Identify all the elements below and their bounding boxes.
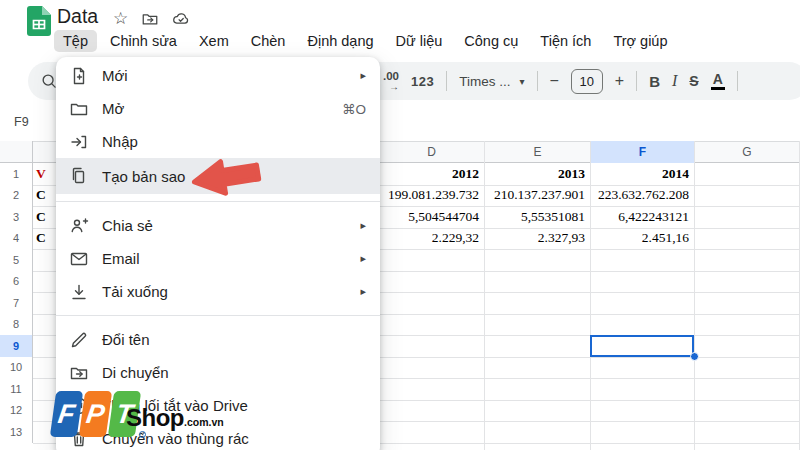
copy-icon	[69, 166, 89, 186]
row-header-7[interactable]: 7	[0, 292, 33, 314]
new-file-icon	[69, 66, 89, 86]
person-add-icon	[69, 216, 89, 236]
cell-E4[interactable]: 2.327,93	[484, 228, 590, 250]
menu-item-label: Email	[102, 250, 347, 267]
column-header-F[interactable]: F	[590, 141, 694, 163]
menu-separator	[56, 201, 380, 202]
selected-cell-F9[interactable]	[590, 335, 694, 357]
registered-mark-icon	[139, 431, 146, 438]
menu-item-label: Tải xuống	[102, 283, 347, 300]
fpt-shop-wordmark: Shop.com.vn	[126, 404, 224, 432]
folder-open-icon	[69, 99, 89, 119]
row-header-13[interactable]: 13	[0, 421, 33, 443]
move-icon	[69, 363, 89, 383]
cell-fragment-A4[interactable]: C	[36, 228, 46, 250]
column-header-D[interactable]: D	[378, 141, 484, 163]
select-all-corner[interactable]	[0, 141, 33, 163]
email-icon	[69, 249, 89, 269]
file-menu-item-10[interactable]: Di chuyển	[56, 356, 380, 389]
submenu-arrow-icon: ▸	[360, 69, 366, 82]
cell-F3[interactable]: 6,422243121	[590, 206, 694, 228]
submenu-arrow-icon: ▸	[360, 285, 366, 298]
row-header-12[interactable]: 12	[0, 400, 33, 422]
menu-item-label: Mở	[102, 100, 329, 117]
cell-fragment-A2[interactable]: C	[36, 185, 46, 207]
cell-F1[interactable]: 2014	[590, 163, 694, 185]
menu-item-label: Nhập	[102, 133, 366, 150]
cell-E3[interactable]: 5,55351081	[484, 206, 590, 228]
cell-F4[interactable]: 2.451,16	[590, 228, 694, 250]
google-sheets-window: DEFG12345678910111213201220132014199.081…	[0, 0, 800, 450]
fill-handle[interactable]	[690, 352, 699, 361]
menu-item-shortcut: ⌘O	[342, 101, 366, 117]
cell-D1[interactable]: 2012	[378, 163, 484, 185]
fpt-shop-text: Shop	[126, 404, 184, 431]
row-header-1[interactable]: 1	[0, 163, 33, 185]
row-header-4[interactable]: 4	[0, 228, 33, 250]
column-header-E[interactable]: E	[484, 141, 590, 163]
file-menu-item-7[interactable]: Tải xuống▸	[56, 275, 380, 308]
cell-E2[interactable]: 210.137.237.901	[484, 185, 590, 207]
fpt-letter-tile-0: F	[50, 391, 83, 437]
cell-fragment-A1[interactable]: V	[36, 163, 46, 185]
fpt-domain-text: .com.vn	[184, 416, 224, 428]
menu-item-label: Di chuyển	[102, 364, 366, 381]
cell-E1[interactable]: 2013	[484, 163, 590, 185]
row-header-8[interactable]: 8	[0, 314, 33, 336]
file-menu-item-0[interactable]: Mới▸	[56, 59, 380, 92]
file-menu-item-5[interactable]: Chia sẻ▸	[56, 209, 380, 242]
row-header-2[interactable]: 2	[0, 185, 33, 207]
file-menu-item-6[interactable]: Email▸	[56, 242, 380, 275]
submenu-arrow-icon: ▸	[360, 219, 366, 232]
cell-D4[interactable]: 2.229,32	[378, 228, 484, 250]
cell-D3[interactable]: 5,504544704	[378, 206, 484, 228]
submenu-arrow-icon: ▸	[360, 252, 366, 265]
file-menu-item-2[interactable]: Nhập	[56, 125, 380, 158]
cell-fragment-A3[interactable]: C	[36, 206, 46, 228]
row-header-5[interactable]: 5	[0, 249, 33, 271]
file-menu-item-1[interactable]: Mở⌘O	[56, 92, 380, 125]
file-menu-item-9[interactable]: Đổi tên	[56, 323, 380, 356]
cell-D2[interactable]: 199.081.239.732	[378, 185, 484, 207]
menu-item-label: Mới	[102, 67, 347, 84]
import-icon	[69, 132, 89, 152]
menu-separator	[56, 315, 380, 316]
row-header-10[interactable]: 10	[0, 357, 33, 379]
row-header-11[interactable]: 11	[0, 378, 33, 400]
row-header-6[interactable]: 6	[0, 271, 33, 293]
rename-icon	[69, 330, 89, 350]
gridline	[694, 141, 695, 450]
row-header-9[interactable]: 9	[0, 335, 33, 357]
fpt-letter-tile-1: P	[79, 391, 112, 437]
menu-item-label: Chia sẻ	[102, 217, 347, 234]
download-icon	[69, 282, 89, 302]
cell-F2[interactable]: 223.632.762.208	[590, 185, 694, 207]
menu-item-label: Đổi tên	[102, 331, 366, 348]
row-header-3[interactable]: 3	[0, 206, 33, 228]
column-header-G[interactable]: G	[694, 141, 799, 163]
